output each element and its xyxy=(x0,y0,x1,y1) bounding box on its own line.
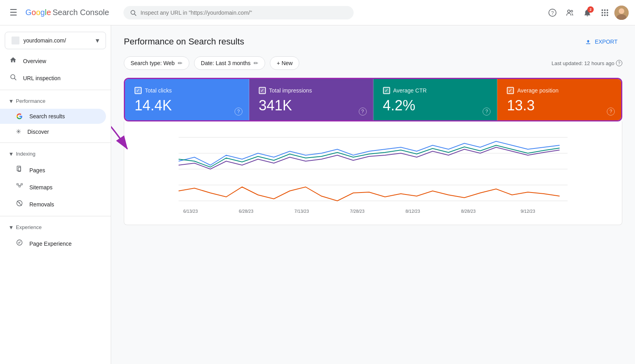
experience-chevron-icon: ▾ xyxy=(10,223,13,231)
svg-rect-12 xyxy=(602,14,603,16)
date-filter[interactable]: Date: Last 3 months ✏ xyxy=(194,56,265,70)
average-position-help-icon[interactable]: ? xyxy=(607,108,615,116)
svg-text:6/28/23: 6/28/23 xyxy=(239,209,254,214)
topbar-icons: ? 2 xyxy=(545,5,629,21)
metric-average-position[interactable]: ✓ Average position 13.3 ? xyxy=(497,79,621,120)
avatar[interactable] xyxy=(614,6,629,20)
google-g-icon xyxy=(16,113,23,120)
app-name: Search Console xyxy=(53,8,109,17)
sidebar-item-sitemaps[interactable]: Sitemaps xyxy=(0,179,106,196)
average-ctr-name: Average CTR xyxy=(393,87,427,94)
sidebar-item-search-results[interactable]: Search results xyxy=(0,109,106,124)
filter-bar: Search type: Web ✏ Date: Last 3 months ✏… xyxy=(124,56,622,70)
domain-text: yourdomain.com/ xyxy=(23,37,92,44)
experience-label: Experience xyxy=(16,224,42,230)
sidebar-item-discover[interactable]: ✳ Discover xyxy=(0,124,106,139)
removals-label: Removals xyxy=(29,201,54,208)
search-nav-icon xyxy=(10,73,17,83)
svg-line-1 xyxy=(135,14,136,15)
metric-average-ctr[interactable]: ✓ Average CTR 4.2% ? xyxy=(373,79,498,120)
url-search-input[interactable] xyxy=(140,10,347,16)
sidebar-item-page-experience[interactable]: Page Experience xyxy=(0,235,106,252)
notifications-button[interactable]: 2 xyxy=(579,5,595,21)
sidebar: yourdomain.com/ ▾ Overview URL inspectio… xyxy=(0,25,111,364)
search-type-label: Search type: Web xyxy=(131,60,175,66)
svg-rect-6 xyxy=(602,9,603,11)
search-icon xyxy=(130,9,137,16)
apps-button[interactable] xyxy=(597,5,613,21)
performance-section-header[interactable]: ▾ Performance xyxy=(0,93,111,109)
sidebar-divider-3 xyxy=(0,216,111,216)
svg-text:6/13/23: 6/13/23 xyxy=(183,209,198,214)
svg-line-25 xyxy=(17,185,19,186)
last-updated-text: Last updated: 12 hours ago ? xyxy=(552,60,622,66)
url-inspection-label: URL inspection xyxy=(23,75,60,81)
page-experience-icon xyxy=(16,239,23,248)
total-impressions-value: 341K xyxy=(259,97,364,114)
page-title: Performance on Search results xyxy=(124,37,244,47)
total-clicks-value: 14.4K xyxy=(135,97,239,114)
page-experience-label: Page Experience xyxy=(29,241,72,247)
users-button[interactable] xyxy=(562,5,578,21)
menu-icon[interactable]: ☰ xyxy=(6,4,21,21)
pages-icon xyxy=(16,166,23,175)
sidebar-item-url-inspection[interactable]: URL inspection xyxy=(0,69,106,87)
svg-rect-9 xyxy=(602,12,603,13)
total-clicks-help-icon[interactable]: ? xyxy=(235,108,242,116)
svg-point-4 xyxy=(568,10,570,12)
export-button[interactable]: EXPORT xyxy=(580,35,622,48)
total-impressions-help-icon[interactable]: ? xyxy=(359,108,367,116)
sidebar-divider-2 xyxy=(0,143,111,143)
svg-rect-10 xyxy=(604,12,606,13)
experience-section-header[interactable]: ▾ Experience xyxy=(0,220,111,235)
notification-badge: 2 xyxy=(587,6,594,13)
discover-icon: ✳ xyxy=(16,128,21,135)
chart-container: 6/13/23 6/28/23 7/13/23 7/28/23 8/12/23 … xyxy=(124,121,622,225)
svg-text:8/12/23: 8/12/23 xyxy=(406,209,420,214)
new-filter-label: + New xyxy=(277,60,292,66)
new-filter-button[interactable]: + New xyxy=(270,56,299,70)
svg-line-26 xyxy=(19,185,21,186)
sidebar-item-pages[interactable]: Pages xyxy=(0,162,106,179)
total-impressions-name: Total impressions xyxy=(269,87,312,94)
average-ctr-value: 4.2% xyxy=(383,97,488,114)
average-ctr-help-icon[interactable]: ? xyxy=(483,108,491,116)
performance-label: Performance xyxy=(16,98,45,104)
search-bar[interactable] xyxy=(123,6,354,19)
metrics-container: ✓ Total clicks 14.4K ? ✓ Total impressio… xyxy=(124,78,622,121)
last-updated-help-icon[interactable]: ? xyxy=(616,60,622,66)
indexing-section-header[interactable]: ▾ Indexing xyxy=(0,146,111,162)
performance-chevron-icon: ▾ xyxy=(10,97,13,105)
search-results-label: Search results xyxy=(29,113,65,119)
svg-rect-8 xyxy=(607,9,608,11)
search-type-filter[interactable]: Search type: Web ✏ xyxy=(124,56,189,70)
domain-selector[interactable]: yourdomain.com/ ▾ xyxy=(5,32,106,49)
topbar: ☰ Google Search Console ? 2 xyxy=(0,0,635,25)
date-label: Date: Last 3 months xyxy=(201,60,250,66)
arrow-overlay xyxy=(111,25,131,81)
average-position-name: Average position xyxy=(517,87,558,94)
export-icon xyxy=(585,38,592,45)
main-content: Performance on Search results EXPORT Sea… xyxy=(111,25,635,364)
svg-rect-7 xyxy=(604,9,606,11)
average-position-value: 13.3 xyxy=(507,97,612,114)
indexing-label: Indexing xyxy=(16,151,35,157)
sidebar-divider-1 xyxy=(0,90,111,90)
help-button[interactable]: ? xyxy=(545,5,560,21)
search-type-edit-icon: ✏ xyxy=(178,60,183,66)
removals-icon xyxy=(16,200,23,209)
svg-rect-20 xyxy=(17,166,21,171)
domain-icon xyxy=(12,37,19,44)
svg-rect-14 xyxy=(607,14,608,16)
svg-text:9/12/23: 9/12/23 xyxy=(521,209,535,214)
export-label: EXPORT xyxy=(595,39,618,45)
average-position-checkbox: ✓ xyxy=(507,87,514,94)
metric-total-impressions[interactable]: ✓ Total impressions 341K ? xyxy=(249,79,373,120)
svg-text:7/28/23: 7/28/23 xyxy=(350,209,365,214)
average-ctr-checkbox: ✓ xyxy=(383,87,390,94)
sidebar-item-overview[interactable]: Overview xyxy=(0,52,106,69)
total-clicks-name: Total clicks xyxy=(145,87,172,94)
sidebar-item-removals[interactable]: Removals xyxy=(0,196,106,213)
app-logo: Google Search Console xyxy=(25,8,109,17)
metric-total-clicks[interactable]: ✓ Total clicks 14.4K ? xyxy=(125,79,249,120)
